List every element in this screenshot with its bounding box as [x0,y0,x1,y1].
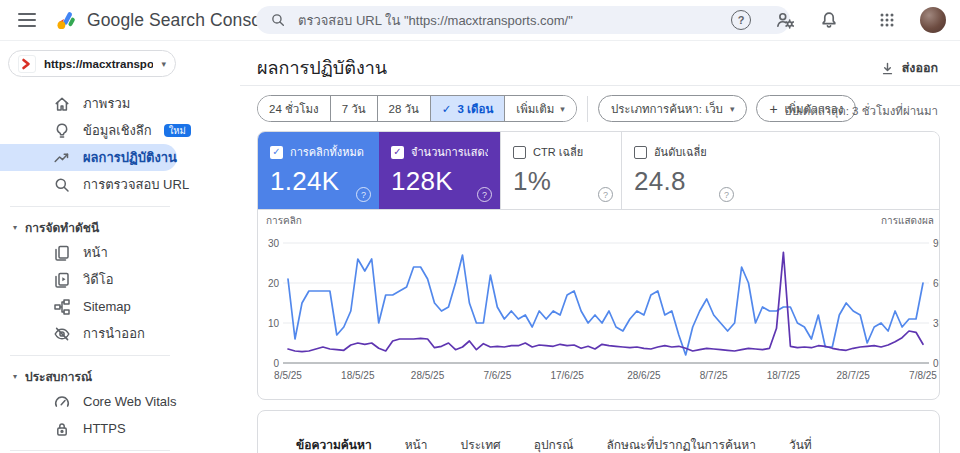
svg-text:28/5/25: 28/5/25 [411,370,445,381]
svg-text:0: 0 [273,358,279,369]
help-icon[interactable]: ? [477,187,492,202]
svg-text:การแสดงผล: การแสดงผล [881,215,934,226]
sitemap-icon [53,298,71,316]
search-input-text: ตรวจสอบ URL ใน "https://macxtransports.c… [298,10,573,31]
sidebar-item-url-inspection[interactable]: การตรวจสอบ URL [0,171,240,198]
results-table-card: ข้อความค้นหา หน้า ประเทศ อุปกรณ์ ลักษณะท… [257,410,940,453]
ctr-checkbox[interactable] [513,146,526,159]
caret-down-icon: ▾ [560,104,565,114]
date-filter-more[interactable]: เพิ่มเติม ▾ [505,96,576,121]
caret-down-icon: ▾ [730,104,735,114]
sidebar-section-experience[interactable]: ▾ ประสบการณ์ [0,364,240,388]
export-button[interactable]: ส่งออก [880,58,938,78]
tile-label: การคลิกทั้งหมด [290,143,364,161]
notifications-button[interactable] [818,9,840,31]
tile-value: 1.24K [270,166,367,197]
date-filter-24h[interactable]: 24 ชั่วโมง [258,96,331,121]
sidebar-item-overview[interactable]: ภาพรวม [0,90,240,117]
search-icon [270,12,286,28]
plus-icon: + [769,101,777,117]
tab-devices[interactable]: อุปกรณ์ [534,435,574,453]
clicks-checkbox[interactable]: ✓ [270,146,283,159]
video-pages-icon [53,271,71,289]
download-icon [880,61,895,76]
tab-countries[interactable]: ประเทศ [461,435,501,453]
topbar: Google Search Console ตรวจสอบ URL ใน "ht… [0,0,960,41]
url-inspection-searchbox[interactable]: ตรวจสอบ URL ใน "https://macxtransports.c… [256,6,790,34]
help-icon[interactable]: ? [719,187,734,202]
sidebar-item-videos[interactable]: วิดีโอ [0,266,240,293]
svg-text:9K: 9K [933,238,940,249]
help-icon[interactable]: ? [356,187,371,202]
total-impressions-tile[interactable]: ✓ จำนวนการแสดงผ... 128K ? [379,132,500,209]
sidebar-item-label: หน้า [83,242,108,263]
search-type-chip[interactable]: ประเภทการค้นหา: เว็บ ▾ [598,95,748,122]
sidebar-item-sitemaps[interactable]: Sitemap [0,293,240,320]
page-title: ผลการปฏิบัติงาน [257,53,387,82]
date-filter-3m-selected[interactable]: ✓ 3 เดือน [431,96,505,121]
tile-label: อันดับเฉลี่ย [654,143,707,161]
eye-off-icon [53,325,71,343]
svg-text:17/6/25: 17/6/25 [550,370,584,381]
sidebar-item-insights[interactable]: ข้อมูลเชิงลึก ใหม่ [0,117,240,144]
sidebar-item-label: การตรวจสอบ URL [83,174,189,195]
section-label: การจัดทำดัชนี [25,218,99,237]
performance-icon [53,149,71,167]
tile-value: 24.8 [634,166,730,197]
gsc-logo: Google Search Console [56,9,275,31]
sidebar-item-https[interactable]: HTTPS [0,415,240,442]
date-filter-7d[interactable]: 7 วัน [331,96,378,121]
tab-pages[interactable]: หน้า [405,435,428,453]
property-selector[interactable]: https://macxtransports.... ▾ [8,50,176,77]
sidebar-item-performance[interactable]: ผลการปฏิบัติงาน [0,144,177,171]
divider [10,355,170,356]
sidebar-item-label: วิดีโอ [83,269,114,290]
sidebar-section-indexing[interactable]: ▾ การจัดทำดัชนี [0,215,240,239]
svg-text:8/7/25: 8/7/25 [700,370,728,381]
svg-text:18/5/25: 18/5/25 [341,370,375,381]
average-position-tile[interactable]: อันดับเฉลี่ย 24.8 ? [621,132,742,209]
account-settings-button[interactable] [774,9,796,31]
chart-area: 309K206K103K00การคลิกการแสดงผล8/5/2518/5… [258,211,940,399]
tile-label: CTR เฉลี่ย [533,143,583,161]
metric-tiles: ✓ การคลิกทั้งหมด 1.24K ? ✓ จำนวนการแสดงผ… [258,132,939,210]
topbar-actions: ? [730,0,960,40]
sidebar-item-removals[interactable]: การนำออก [0,320,240,347]
position-checkbox[interactable] [634,146,647,159]
performance-card: ✓ การคลิกทั้งหมด 1.24K ? ✓ จำนวนการแสดงผ… [257,131,940,400]
tab-dates[interactable]: วันที่ [789,435,812,453]
check-icon: ✓ [442,102,452,116]
site-favicon-icon [18,55,36,73]
apps-grid-button[interactable] [876,9,898,31]
tile-label: จำนวนการแสดงผ... [411,143,488,161]
date-range-control: 24 ชั่วโมง 7 วัน 28 วัน ✓ 3 เดือน เพิ่มเ… [257,95,577,122]
performance-chart[interactable]: 309K206K103K00การคลิกการแสดงผล8/5/2518/5… [258,211,940,391]
sidebar-item-label: HTTPS [83,421,126,436]
sidebar-item-label: การนำออก [83,323,145,344]
help-button[interactable]: ? [730,9,752,31]
dimension-tabs: ข้อความค้นหา หน้า ประเทศ อุปกรณ์ ลักษณะท… [258,411,939,453]
tab-search-appearance[interactable]: ลักษณะที่ปรากฏในการค้นหา [606,435,756,453]
sidebar-item-label: ภาพรวม [83,93,130,114]
sidebar-item-core-web-vitals[interactable]: Core Web Vitals [0,388,240,415]
divider [10,206,170,207]
filter-divider [587,96,588,122]
impressions-checkbox[interactable]: ✓ [391,146,404,159]
sidebar-item-label: ผลการปฏิบัติงาน [83,147,177,168]
svg-text:0: 0 [933,358,939,369]
total-clicks-tile[interactable]: ✓ การคลิกทั้งหมด 1.24K ? [258,132,379,209]
user-settings-icon [775,10,795,30]
menu-button[interactable] [18,13,36,27]
apps-grid-icon [878,11,896,29]
average-ctr-tile[interactable]: CTR เฉลี่ย 1% ? [500,132,621,209]
header-divider [240,85,960,86]
tile-value: 128K [391,166,488,197]
sidebar-item-pages[interactable]: หน้า [0,239,240,266]
date-filter-28d[interactable]: 28 วัน [378,96,431,121]
avatar[interactable] [920,7,946,33]
magnifier-icon [53,176,71,194]
help-icon[interactable]: ? [598,187,613,202]
export-label: ส่งออก [902,58,938,78]
tab-queries[interactable]: ข้อความค้นหา [296,435,372,453]
svg-text:30: 30 [268,238,280,249]
